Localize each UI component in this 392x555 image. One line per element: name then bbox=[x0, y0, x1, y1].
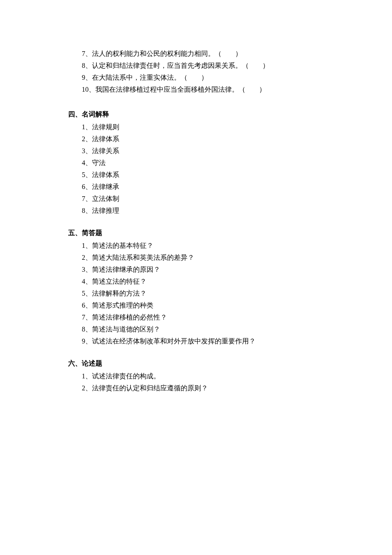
list-item: 8、法律推理 bbox=[82, 205, 324, 217]
list-item: 3、法律关系 bbox=[82, 145, 324, 157]
list-item: 2、法律体系 bbox=[82, 133, 324, 145]
list-item: 2、法律责任的认定和归结应遵循的原则？ bbox=[82, 382, 324, 394]
list-item: 7、立法体制 bbox=[82, 193, 324, 205]
list-item: 10、我国在法律移植过程中应当全面移植外国法律。（ ） bbox=[82, 84, 324, 96]
list-item: 1、法律规则 bbox=[82, 121, 324, 133]
true-false-continuation: 7、法人的权利能力和公民的权利能力相同。（ ） 8、认定和归结法律责任时，应当首… bbox=[68, 48, 324, 96]
section-heading-6: 六、论述题 bbox=[68, 357, 324, 369]
list-item: 8、简述法与道德的区别？ bbox=[82, 323, 324, 335]
list-item: 3、简述法律继承的原因？ bbox=[82, 264, 324, 276]
list-item: 4、守法 bbox=[82, 157, 324, 169]
list-item: 1、试述法律责任的构成。 bbox=[82, 370, 324, 382]
essay-list: 1、试述法律责任的构成。 2、法律责任的认定和归结应遵循的原则？ bbox=[68, 370, 324, 394]
list-item: 7、简述法律移植的必然性？ bbox=[82, 311, 324, 323]
list-item: 9、在大陆法系中，注重实体法。（ ） bbox=[82, 72, 324, 84]
section-heading-5: 五、简答题 bbox=[68, 227, 324, 239]
list-item: 6、简述形式推理的种类 bbox=[82, 299, 324, 311]
short-answer-list: 1、简述法的基本特征？ 2、简述大陆法系和英美法系的差异？ 3、简述法律继承的原… bbox=[68, 240, 324, 347]
list-item: 5、法律解释的方法？ bbox=[82, 288, 324, 299]
list-item: 7、法人的权利能力和公民的权利能力相同。（ ） bbox=[82, 48, 324, 60]
list-item: 2、简述大陆法系和英美法系的差异？ bbox=[82, 252, 324, 264]
list-item: 8、认定和归结法律责任时，应当首先考虑因果关系。（ ） bbox=[82, 60, 324, 72]
list-item: 1、简述法的基本特征？ bbox=[82, 240, 324, 252]
list-item: 6、法律继承 bbox=[82, 181, 324, 193]
list-item: 4、简述立法的特征？ bbox=[82, 276, 324, 288]
section-heading-4: 四、名词解释 bbox=[68, 108, 324, 120]
list-item: 9、试述法在经济体制改革和对外开放中发挥的重要作用？ bbox=[82, 335, 324, 347]
list-item: 5、法律体系 bbox=[82, 169, 324, 181]
document-page: 7、法人的权利能力和公民的权利能力相同。（ ） 8、认定和归结法律责任时，应当首… bbox=[0, 0, 392, 439]
terms-list: 1、法律规则 2、法律体系 3、法律关系 4、守法 5、法律体系 6、法律继承 … bbox=[68, 121, 324, 217]
